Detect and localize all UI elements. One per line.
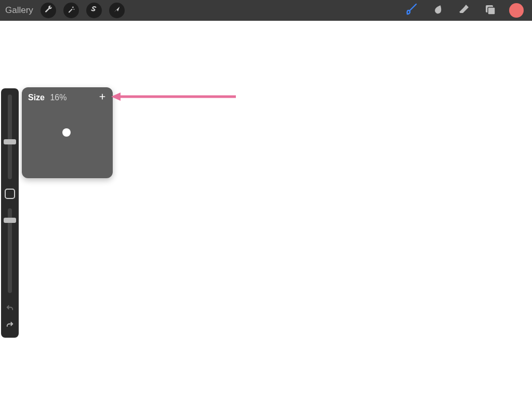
popover-header: Size 16% bbox=[22, 87, 113, 108]
add-size-preset-button[interactable] bbox=[98, 92, 107, 103]
smudge-icon bbox=[432, 3, 444, 18]
layers-icon bbox=[484, 3, 496, 18]
popover-title: Size 16% bbox=[28, 93, 67, 102]
wrench-icon bbox=[44, 5, 52, 16]
plus-icon bbox=[98, 94, 107, 102]
toolbar-right-group bbox=[405, 3, 527, 18]
smudge-tool-button[interactable] bbox=[431, 4, 445, 17]
left-sidebar bbox=[1, 88, 19, 338]
canvas-area[interactable] bbox=[0, 21, 532, 399]
selection-s-icon bbox=[90, 5, 98, 16]
brush-opacity-thumb[interactable] bbox=[4, 218, 16, 223]
undo-button[interactable] bbox=[5, 303, 15, 315]
brush-size-slider[interactable] bbox=[8, 95, 12, 179]
toolbar-left-group: Gallery bbox=[5, 3, 125, 18]
modify-button[interactable] bbox=[5, 189, 15, 199]
top-toolbar: Gallery bbox=[0, 0, 532, 21]
adjustments-button[interactable] bbox=[63, 3, 79, 18]
eraser-icon bbox=[458, 3, 470, 18]
transform-button[interactable] bbox=[109, 3, 125, 18]
selection-button[interactable] bbox=[86, 3, 102, 18]
brush-tool-button[interactable] bbox=[405, 4, 419, 17]
brush-opacity-slider[interactable] bbox=[8, 208, 12, 293]
gallery-button[interactable]: Gallery bbox=[5, 5, 33, 16]
undo-redo-group bbox=[1, 298, 19, 338]
size-value: 16% bbox=[50, 93, 66, 102]
svg-rect-1 bbox=[488, 7, 495, 15]
brush-icon bbox=[406, 3, 418, 18]
redo-button[interactable] bbox=[5, 320, 15, 331]
actions-button[interactable] bbox=[41, 3, 56, 18]
eraser-tool-button[interactable] bbox=[457, 4, 471, 17]
wand-icon bbox=[67, 5, 75, 16]
brush-size-thumb[interactable] bbox=[4, 139, 16, 144]
brush-size-preview-dot bbox=[62, 128, 71, 137]
color-picker-button[interactable] bbox=[509, 3, 524, 18]
cursor-arrow-icon bbox=[113, 5, 121, 16]
layers-button[interactable] bbox=[483, 4, 497, 17]
size-label: Size bbox=[28, 93, 45, 102]
